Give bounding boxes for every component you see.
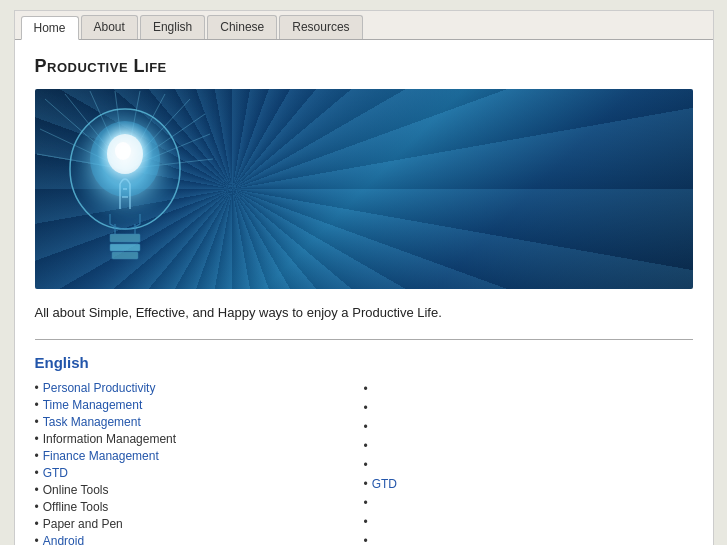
right-item-gtd: GTD bbox=[364, 476, 693, 492]
list-item: Information Management bbox=[35, 432, 364, 446]
list-item: Time Management bbox=[35, 398, 364, 412]
right-item-9 bbox=[364, 533, 693, 546]
right-item-5 bbox=[364, 457, 693, 473]
right-item-3 bbox=[364, 419, 693, 435]
list-item: Online Tools bbox=[35, 483, 364, 497]
main-content: Productive Life bbox=[15, 40, 713, 545]
page-wrapper: Home About English Chinese Resources Pro… bbox=[14, 10, 714, 545]
list-item: Paper and Pen bbox=[35, 517, 364, 531]
right-item-2 bbox=[364, 400, 693, 416]
list-item: Personal Productivity bbox=[35, 381, 364, 395]
svg-rect-16 bbox=[110, 234, 140, 242]
svg-point-22 bbox=[115, 142, 131, 160]
personal-productivity-link[interactable]: Personal Productivity bbox=[43, 381, 156, 395]
list-item: GTD bbox=[35, 466, 364, 480]
right-item-7 bbox=[364, 495, 693, 511]
tab-resources[interactable]: Resources bbox=[279, 15, 362, 39]
hero-image bbox=[35, 89, 693, 289]
english-section-heading: English bbox=[35, 354, 693, 371]
page-description: All about Simple, Effective, and Happy w… bbox=[35, 303, 693, 323]
tab-chinese[interactable]: Chinese bbox=[207, 15, 277, 39]
right-item-1 bbox=[364, 381, 693, 397]
right-item-8 bbox=[364, 514, 693, 530]
list-item: Android bbox=[35, 534, 364, 546]
time-management-link[interactable]: Time Management bbox=[43, 398, 143, 412]
list-item: Finance Management bbox=[35, 449, 364, 463]
section-divider bbox=[35, 339, 693, 340]
content-lists: Personal Productivity Time Management Ta… bbox=[35, 381, 693, 546]
svg-rect-18 bbox=[112, 252, 138, 259]
tab-english[interactable]: English bbox=[140, 15, 205, 39]
tab-bar: Home About English Chinese Resources bbox=[15, 11, 713, 40]
gtd-right-link[interactable]: GTD bbox=[372, 477, 397, 491]
list-item: Task Management bbox=[35, 415, 364, 429]
page-title: Productive Life bbox=[35, 56, 693, 77]
tab-about[interactable]: About bbox=[81, 15, 138, 39]
left-list-col: Personal Productivity Time Management Ta… bbox=[35, 381, 364, 546]
list-item: Offline Tools bbox=[35, 500, 364, 514]
right-item-4 bbox=[364, 438, 693, 454]
gtd-left-link[interactable]: GTD bbox=[43, 466, 68, 480]
right-list-col: GTD Android bbox=[364, 381, 693, 546]
tab-home[interactable]: Home bbox=[21, 16, 79, 40]
task-management-link[interactable]: Task Management bbox=[43, 415, 141, 429]
hero-bulb-icon bbox=[35, 89, 215, 289]
android-left-link[interactable]: Android bbox=[43, 534, 84, 546]
svg-rect-17 bbox=[110, 244, 140, 251]
finance-management-link[interactable]: Finance Management bbox=[43, 449, 159, 463]
